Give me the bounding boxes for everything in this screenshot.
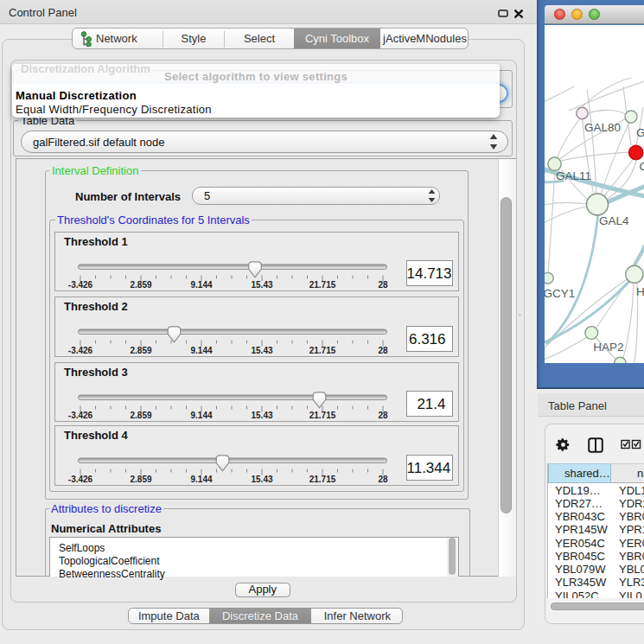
svg-text:HAP2: HAP2 bbox=[593, 341, 623, 354]
svg-text:H: H bbox=[636, 285, 644, 298]
svg-text:GAL80: GAL80 bbox=[584, 121, 621, 134]
svg-text:GAL4: GAL4 bbox=[599, 214, 629, 227]
svg-text:GA: GA bbox=[636, 126, 644, 139]
svg-text:GAL11: GAL11 bbox=[556, 169, 591, 182]
svg-text:C: C bbox=[640, 160, 644, 173]
svg-text:GCY1: GCY1 bbox=[545, 287, 575, 300]
